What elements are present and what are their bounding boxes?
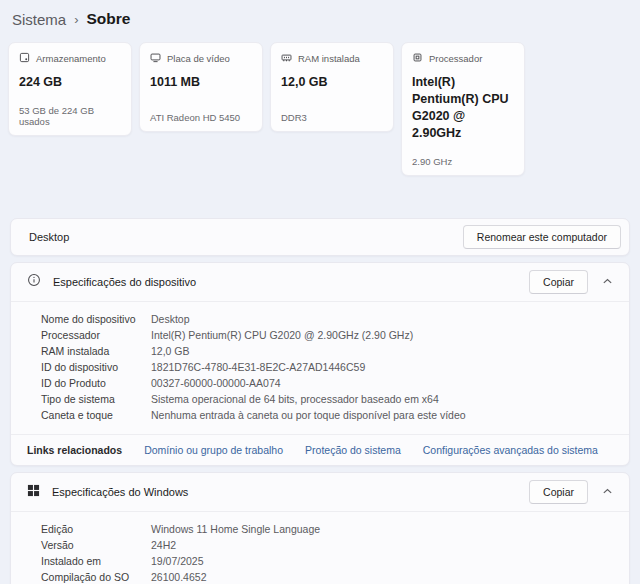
card-detail: DDR3 [281, 98, 383, 123]
card-label: RAM instalada [298, 53, 360, 64]
windows-logo-icon [27, 483, 40, 501]
gpu-icon [150, 52, 161, 65]
card-value: 12,0 GB [281, 74, 383, 91]
device-name-card: Desktop Renomear este computador [10, 218, 630, 256]
link-domain-workgroup[interactable]: Domínio ou grupo de trabalho [144, 444, 283, 456]
chevron-right-icon: › [74, 12, 78, 27]
page-title: Sobre [87, 10, 131, 28]
spec-row-os-build: Compilação do SO 26100.4652 [41, 569, 613, 584]
chevron-up-icon[interactable] [602, 486, 613, 497]
windows-specs-card: Especificações do Windows Copiar Edição … [10, 472, 630, 584]
card-detail: 2.90 GHz [412, 142, 514, 167]
spec-row-edition: Edição Windows 11 Home Single Language [41, 521, 613, 537]
link-advanced-system-settings[interactable]: Configurações avançadas do sistema [423, 444, 598, 456]
copy-device-specs-button[interactable]: Copiar [529, 270, 588, 294]
card-value: 1011 MB [150, 74, 252, 91]
card-detail: ATI Radeon HD 5450 [150, 98, 252, 123]
windows-specs-title: Especificações do Windows [52, 486, 188, 498]
card-cpu: Processador Intel(R) Pentium(R) CPU G202… [401, 42, 525, 176]
device-specs-header[interactable]: Especificações do dispositivo Copiar [11, 263, 629, 301]
chevron-up-icon[interactable] [602, 276, 613, 287]
link-system-protection[interactable]: Proteção do sistema [305, 444, 401, 456]
related-links-label: Links relacionados [27, 444, 122, 456]
card-value: 224 GB [19, 74, 121, 91]
device-specs-rows: Nome do dispositivo Desktop Processador … [11, 302, 629, 434]
hardware-cards-row: Armazenamento 224 GB 53 GB de 224 GB usa… [8, 42, 632, 176]
ram-icon [281, 52, 292, 65]
card-label: Placa de vídeo [167, 53, 230, 64]
card-detail: 53 GB de 224 GB usados [19, 91, 121, 127]
spec-row-device-name: Nome do dispositivo Desktop [41, 311, 613, 327]
card-gpu: Placa de vídeo 1011 MB ATI Radeon HD 545… [139, 42, 263, 132]
storage-icon [19, 52, 30, 65]
rename-pc-button[interactable]: Renomear este computador [463, 225, 621, 249]
card-label: Armazenamento [36, 53, 106, 64]
info-icon [27, 273, 41, 291]
spec-row-processor: Processador Intel(R) Pentium(R) CPU G202… [41, 327, 613, 343]
spec-row-installed-on: Instalado em 19/07/2025 [41, 553, 613, 569]
windows-specs-header[interactable]: Especificações do Windows Copiar [11, 473, 629, 511]
breadcrumb-system[interactable]: Sistema [12, 11, 66, 28]
spec-row-ram: RAM instalada 12,0 GB [41, 343, 613, 359]
card-ram: RAM instalada 12,0 GB DDR3 [270, 42, 394, 132]
device-specs-card: Especificações do dispositivo Copiar Nom… [10, 262, 630, 466]
windows-specs-rows: Edição Windows 11 Home Single Language V… [11, 512, 629, 584]
breadcrumb: Sistema › Sobre [0, 0, 640, 34]
spec-row-system-type: Tipo de sistema Sistema operacional de 6… [41, 391, 613, 407]
spec-row-product-id: ID do Produto 00327-60000-00000-AA074 [41, 375, 613, 391]
card-value: Intel(R) Pentium(R) CPU G2020 @ 2.90GHz [412, 74, 514, 142]
spec-row-pen-touch: Caneta e toque Nenhuma entrada à caneta … [41, 407, 613, 423]
card-label: Processador [429, 53, 482, 64]
spec-row-version: Versão 24H2 [41, 537, 613, 553]
cpu-icon [412, 52, 423, 65]
device-name: Desktop [29, 231, 69, 243]
card-storage: Armazenamento 224 GB 53 GB de 224 GB usa… [8, 42, 132, 136]
copy-windows-specs-button[interactable]: Copiar [529, 480, 588, 504]
related-links-row: Links relacionados Domínio ou grupo de t… [11, 435, 629, 465]
device-specs-title: Especificações do dispositivo [53, 276, 196, 288]
spec-row-device-id: ID do dispositivo 1821D76C-4780-4E31-8E2… [41, 359, 613, 375]
settings-about-page: Sistema › Sobre Armazenamento 224 GB 53 … [0, 0, 640, 584]
